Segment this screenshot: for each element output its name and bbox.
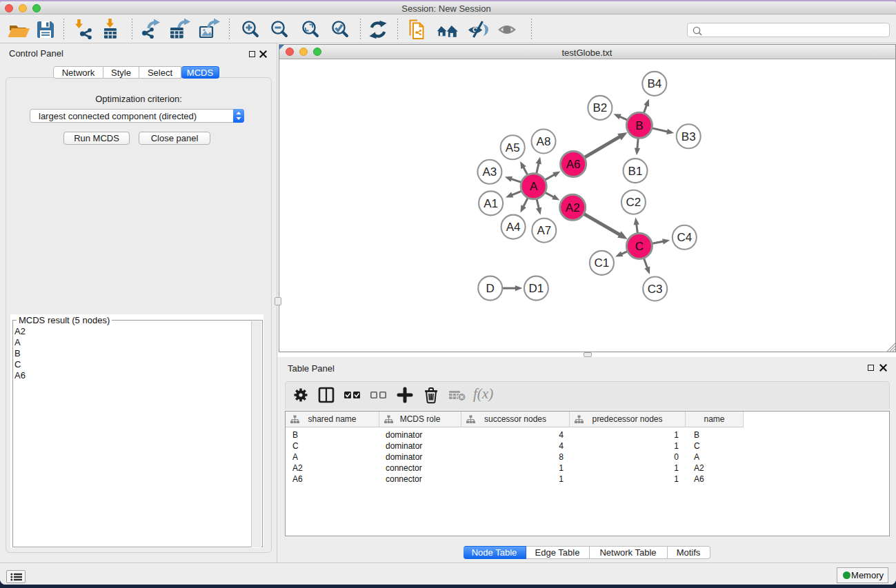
svg-text:A4: A4 <box>506 221 520 234</box>
svg-text:A1: A1 <box>484 197 498 210</box>
svg-text:C4: C4 <box>677 231 692 244</box>
svg-text:A6: A6 <box>566 158 580 171</box>
svg-text:C2: C2 <box>626 196 641 209</box>
svg-text:B1: B1 <box>628 165 642 178</box>
svg-text:B4: B4 <box>647 77 661 90</box>
svg-text:A7: A7 <box>537 224 551 237</box>
svg-text:B2: B2 <box>593 101 607 114</box>
svg-text:A2: A2 <box>565 201 579 214</box>
svg-text:B: B <box>635 119 643 132</box>
svg-text:A3: A3 <box>482 165 497 179</box>
svg-text:D1: D1 <box>528 282 544 295</box>
svg-text:A: A <box>530 180 538 193</box>
svg-text:C3: C3 <box>647 283 662 296</box>
svg-text:C: C <box>635 240 643 253</box>
svg-text:C1: C1 <box>594 256 609 270</box>
svg-text:D: D <box>486 282 494 295</box>
svg-text:B3: B3 <box>681 130 695 143</box>
svg-text:A5: A5 <box>505 141 519 154</box>
svg-text:A8: A8 <box>536 135 550 148</box>
